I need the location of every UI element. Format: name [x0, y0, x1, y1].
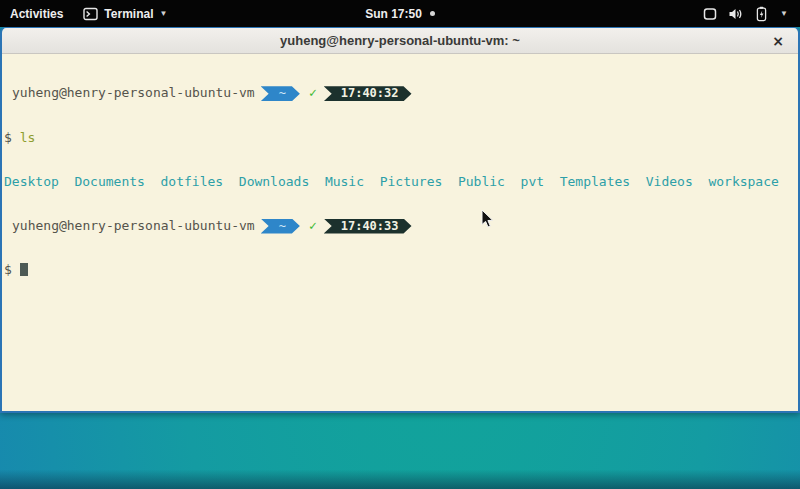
prompt-line-2: yuheng@henry-personal-ubuntu-vm~✓17:40:3…: [4, 219, 798, 234]
battery-charging-icon: [754, 6, 769, 22]
clock-button[interactable]: Sun 17:50: [355, 0, 445, 27]
window-title: yuheng@henry-personal-ubuntu-vm: ~: [2, 33, 798, 48]
text-cursor: [20, 263, 28, 276]
system-tray-button[interactable]: ▼: [691, 0, 800, 27]
desktop: { "topbar": { "activities_label": "Activ…: [0, 0, 800, 489]
clock-label: Sun 17:50: [365, 7, 422, 21]
mouse-cursor-icon: [480, 209, 494, 229]
notification-dot-icon: [430, 11, 435, 16]
titlebar[interactable]: yuheng@henry-personal-ubuntu-vm: ~ ×: [2, 28, 798, 54]
chevron-down-icon: ▼: [159, 9, 167, 18]
prompt-status-check-icon: ✓: [300, 219, 324, 234]
prompt-time-segment: 17:40:32: [324, 86, 412, 101]
prompt-user-host: yuheng@henry-personal-ubuntu-vm: [4, 219, 255, 234]
chevron-down-icon: ▼: [780, 9, 788, 18]
command-line: $ ls: [4, 131, 798, 146]
ls-output-line: Desktop Documents dotfiles Downloads Mus…: [4, 175, 798, 190]
prompt-path-segment: ~: [261, 86, 300, 101]
terminal-content[interactable]: yuheng@henry-personal-ubuntu-vm~✓17:40:3…: [2, 54, 798, 411]
cursor-line: $: [4, 263, 798, 278]
screen-icon: [703, 7, 717, 21]
activities-button[interactable]: Activities: [0, 0, 73, 27]
terminal-window: yuheng@henry-personal-ubuntu-vm: ~ × yuh…: [0, 27, 800, 413]
prompt-user-host: yuheng@henry-personal-ubuntu-vm: [4, 86, 255, 101]
terminal-app-icon: [83, 7, 98, 21]
prompt-symbol: $: [4, 263, 12, 278]
volume-icon: [728, 7, 743, 21]
prompt-line-1: yuheng@henry-personal-ubuntu-vm~✓17:40:3…: [4, 86, 798, 101]
prompt-time-segment: 17:40:33: [324, 219, 412, 234]
close-button[interactable]: ×: [772, 28, 784, 53]
top-bar-left: Activities Terminal ▼: [0, 0, 177, 27]
prompt-status-check-icon: ✓: [300, 86, 324, 101]
typed-command: ls: [20, 131, 36, 146]
app-menu-button[interactable]: Terminal ▼: [73, 0, 177, 27]
app-menu-label: Terminal: [104, 7, 153, 21]
prompt-symbol: $: [4, 131, 12, 146]
activities-label: Activities: [10, 7, 63, 21]
top-bar: Activities Terminal ▼ Sun 17:50: [0, 0, 800, 27]
prompt-path-segment: ~: [261, 219, 300, 234]
